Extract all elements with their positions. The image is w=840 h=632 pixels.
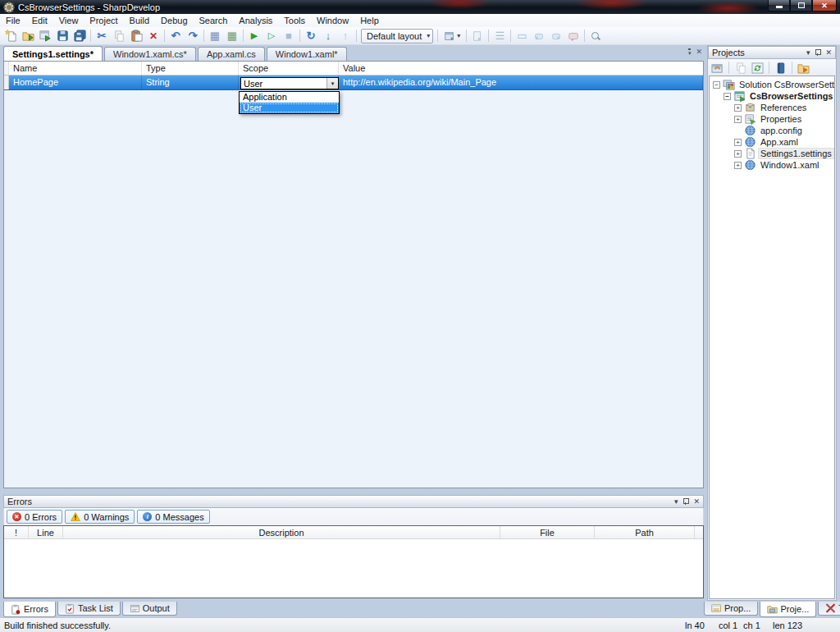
tab-settings1-settings[interactable]: Settings1.settings* [3, 46, 103, 61]
pin-button[interactable] [815, 49, 819, 56]
chevron-down-icon: ▾ [457, 32, 460, 39]
close-document-icon[interactable]: ✕ [696, 48, 702, 56]
maximize-button[interactable] [790, 0, 812, 11]
menu-edit[interactable]: Edit [26, 15, 53, 26]
collapse-all-button[interactable] [773, 61, 788, 76]
tab-app-xaml-cs[interactable]: App.xaml.cs [198, 47, 265, 61]
continue-button[interactable]: ↻ [303, 28, 319, 44]
paste-button[interactable] [128, 28, 144, 44]
settings-row-homepage[interactable]: HomePage String http://en.wikipedia.org/… [4, 76, 703, 90]
redo-button[interactable]: ↷ [185, 28, 201, 44]
step-out-icon: ↑ [343, 30, 349, 41]
delete-button[interactable]: ✕ [145, 28, 162, 44]
search-button[interactable] [587, 28, 604, 44]
tree-node-solution[interactable]: − Solution CsBrowserSettings [710, 79, 834, 90]
save-button[interactable] [54, 28, 71, 44]
warnings-filter-button[interactable]: 0 Warnings [65, 510, 135, 524]
search-icon [591, 31, 600, 41]
sync-with-editor-button[interactable] [796, 61, 811, 76]
cut-button[interactable]: ✂ [94, 28, 110, 44]
close-panel-button[interactable]: ✕ [825, 49, 832, 57]
menu-search[interactable]: Search [194, 15, 234, 26]
menu-analysis[interactable]: Analysis [233, 15, 278, 26]
tab-errors[interactable]: Errors [3, 602, 56, 617]
info-icon: i [143, 512, 152, 521]
errors-filter-button[interactable]: ✕ 0 Errors [7, 510, 62, 524]
expander-icon[interactable]: + [734, 162, 742, 169]
messages-filter-button[interactable]: i 0 Messages [137, 510, 209, 524]
open-solution-button[interactable] [37, 28, 53, 44]
build-button[interactable]: ▦ [207, 28, 223, 44]
refresh-button[interactable] [750, 61, 765, 76]
tab-tools[interactable]: Tools [818, 602, 840, 616]
tab-task-list[interactable]: Task List [57, 602, 121, 616]
panel-menu-button[interactable]: ▾ [674, 498, 678, 506]
copy-button[interactable] [111, 28, 127, 44]
minimize-button[interactable] [768, 0, 790, 11]
maximize-icon [798, 2, 805, 8]
menu-view[interactable]: View [53, 15, 84, 26]
remove-comment-button[interactable] [565, 28, 582, 44]
menu-window[interactable]: Window [311, 15, 354, 26]
step-out-button[interactable]: ↑ [337, 28, 354, 44]
tab-output[interactable]: Output [122, 602, 177, 616]
rebuild-button[interactable]: ▦ [224, 28, 240, 44]
open-file-button[interactable] [20, 28, 36, 44]
close-panel-button[interactable]: ✕ [693, 498, 700, 506]
scope-combobox[interactable]: User ▾ [240, 77, 339, 89]
setting-name-cell[interactable]: HomePage [9, 76, 142, 89]
menu-build[interactable]: Build [124, 15, 155, 26]
expander-icon[interactable]: − [713, 81, 720, 89]
menu-file[interactable]: File [0, 15, 26, 26]
menu-project[interactable]: Project [84, 15, 123, 26]
indent-button[interactable]: ☰ [491, 28, 508, 44]
tree-node-app-config[interactable]: app.config [710, 125, 834, 136]
window-icon [444, 30, 455, 42]
save-all-button[interactable] [71, 28, 88, 44]
new-file-button[interactable] [2, 28, 19, 44]
copy-items-button[interactable] [733, 61, 748, 76]
tree-node-project[interactable]: − CsBrowserSettings [710, 90, 834, 102]
setting-type-cell[interactable]: String [142, 76, 239, 89]
run-without-debugger-button[interactable]: ▷ [263, 28, 280, 44]
scope-dropdown-button[interactable]: ▾ [326, 78, 338, 89]
scope-option-application[interactable]: Application [240, 92, 339, 103]
expander-icon[interactable]: + [734, 116, 742, 123]
undo-button[interactable]: ↶ [167, 28, 184, 44]
panel-menu-button[interactable]: ▾ [806, 49, 810, 57]
tree-node-app-xaml[interactable]: + App.xaml [710, 136, 834, 148]
pin-button[interactable] [683, 498, 687, 505]
delete-icon: ✕ [149, 31, 158, 41]
expander-icon[interactable] [734, 127, 742, 135]
scope-option-user[interactable]: User [240, 103, 339, 113]
run-button[interactable]: ▶ [246, 28, 262, 44]
menu-debug[interactable]: Debug [155, 15, 193, 26]
new-window-split-button[interactable]: ▾ [441, 28, 463, 44]
project-properties-button[interactable] [710, 61, 725, 76]
tab-projects[interactable]: Proje... [760, 602, 816, 617]
comment-button[interactable]: ▭ [514, 28, 530, 44]
layout-combobox[interactable]: Default layout ▾ [361, 29, 433, 44]
menu-tools[interactable]: Tools [278, 15, 311, 26]
tab-window1-xaml[interactable]: Window1.xaml* [267, 47, 347, 61]
toolbar-separator [728, 62, 729, 74]
menu-help[interactable]: Help [354, 15, 385, 26]
prev-bookmark-button[interactable] [531, 28, 547, 44]
save-as-button[interactable] [469, 28, 486, 44]
expander-icon[interactable]: + [734, 139, 742, 146]
tree-node-references[interactable]: + References [710, 102, 834, 113]
tab-window1-xaml-cs[interactable]: Window1.xaml.cs* [104, 47, 196, 61]
stop-button[interactable]: ■ [281, 28, 297, 44]
tab-properties[interactable]: Prop... [704, 602, 758, 616]
expander-icon[interactable]: − [724, 93, 731, 100]
tab-list-icon[interactable]: ▾ [688, 48, 692, 56]
expander-icon[interactable]: + [734, 104, 742, 112]
tree-node-window1-xaml[interactable]: + Window1.xaml [710, 159, 834, 171]
setting-value-cell[interactable]: http://en.wikipedia.org/wiki/Main_Page [339, 76, 703, 89]
tree-node-properties[interactable]: + Properties [710, 113, 834, 125]
next-bookmark-button[interactable] [548, 28, 564, 44]
tree-node-settings1-settings[interactable]: + Settings1.settings [710, 148, 834, 159]
expander-icon[interactable]: + [734, 150, 742, 158]
close-button[interactable]: ✕ [812, 0, 837, 11]
step-into-button[interactable]: ↓ [320, 28, 336, 44]
